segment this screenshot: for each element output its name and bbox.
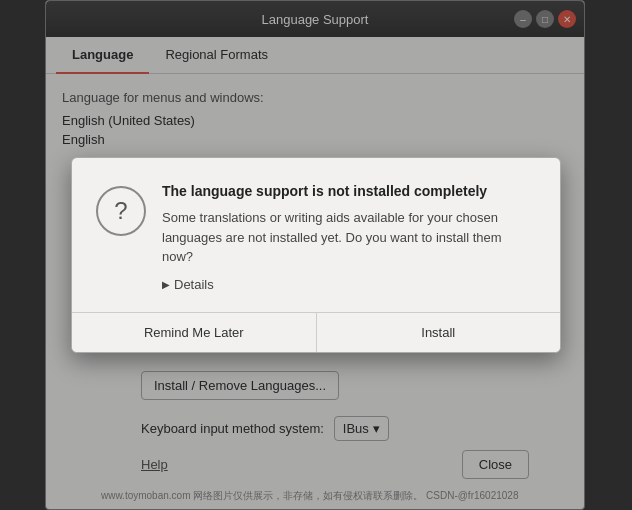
dialog-footer: Remind Me Later Install <box>72 312 560 352</box>
question-icon: ? <box>96 186 146 236</box>
dialog-overlay: ? The language support is not installed … <box>0 0 632 510</box>
dialog-text-area: The language support is not installed co… <box>162 182 536 292</box>
dialog-title: The language support is not installed co… <box>162 182 536 200</box>
dialog-description: Some translations or writing aids availa… <box>162 208 536 267</box>
install-button[interactable]: Install <box>317 313 561 352</box>
dialog-body: ? The language support is not installed … <box>72 158 560 292</box>
details-label: Details <box>174 277 214 292</box>
language-support-dialog: ? The language support is not installed … <box>71 157 561 353</box>
details-arrow-icon: ▶ <box>162 279 170 290</box>
details-link[interactable]: ▶ Details <box>162 277 536 292</box>
remind-later-button[interactable]: Remind Me Later <box>72 313 317 352</box>
